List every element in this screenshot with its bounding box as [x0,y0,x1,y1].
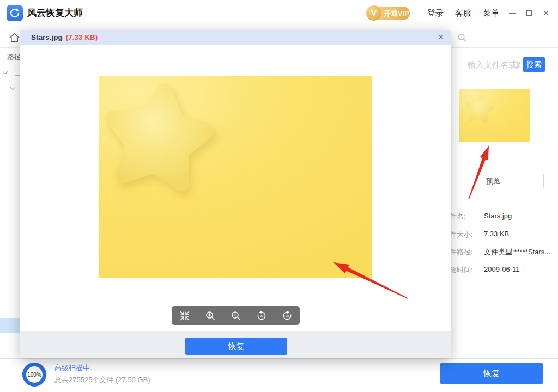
rotate-degrees-label: 90 [259,314,263,317]
recover-button-modal[interactable]: 恢复 [185,338,287,355]
star-image-thumb [463,93,496,127]
home-icon[interactable] [9,32,20,44]
modal-file-title: Stars.jpg(7.33 KB) [31,30,98,45]
modal-file-name: Stars.jpg [31,33,63,41]
modal-file-size: (7.33 KB) [66,33,98,41]
fit-screen-icon[interactable] [178,309,192,323]
chevron-down-icon[interactable] [3,69,8,75]
close-button[interactable]: ✕ [541,8,551,19]
zoom-in-icon[interactable] [203,309,217,323]
selected-file-row[interactable] [0,318,20,333]
modal-header: Stars.jpg(7.33 KB) ✕ [20,30,451,45]
search-input[interactable] [468,56,520,72]
zoom-out-icon[interactable] [229,309,243,323]
star-image [100,82,216,203]
image-preview [99,76,372,278]
modal-footer: 恢复 [20,331,451,358]
preview-modal: Stars.jpg(7.33 KB) ✕ [20,30,451,358]
detail-value-filename: Stars.jpg [484,212,512,220]
maximize-icon [526,10,532,16]
login-link[interactable]: 登录 [427,0,444,26]
file-thumbnail[interactable] [459,89,530,142]
rotate-right-icon[interactable]: 90 [280,309,294,323]
scan-progress-ring: 100% [22,363,46,387]
minimize-button[interactable] [507,8,518,19]
minimize-icon [509,13,516,14]
search-button[interactable]: 搜索 [523,57,545,72]
detail-value-modified: 2009-06-11 [484,265,520,273]
detail-value-filesize: 7.33 KB [484,230,509,238]
scan-progress-value: 100% [27,372,41,378]
title-bar: 风云恢复大师 开通VIP V 登录 客服 菜单 ✕ [0,0,558,26]
rotate-left-icon[interactable]: 90 [254,309,269,323]
red-arrow-to-thumbnail [468,146,489,199]
preview-button[interactable]: 预览 [442,174,544,188]
scan-summary-text: 总共275525个文件 (27.50 GB) [54,375,150,385]
modal-close-button[interactable]: ✕ [438,30,444,45]
app-logo-icon [7,5,23,21]
menu-link[interactable]: 菜单 [483,0,499,26]
support-link[interactable]: 客服 [455,0,471,26]
left-tab-path[interactable]: 路径 [7,52,21,62]
maximize-button[interactable] [524,8,535,19]
chevron-down-icon[interactable] [10,85,16,90]
vip-badge-icon: V [366,5,381,21]
detail-value-filepath: 文件类型:*****Stars.... [484,247,553,257]
image-toolbar: 90 90 [172,306,300,325]
app-window: 风云恢复大师 开通VIP V 登录 客服 菜单 ✕ 搜索 路径 [0,0,558,392]
recover-button-main[interactable]: 恢复 [440,363,543,384]
rotate-degrees-label: 90 [285,314,288,317]
app-title: 风云恢复大师 [27,0,83,26]
scan-status-text: 高级扫描中... [54,363,96,373]
search-icon [458,33,466,42]
